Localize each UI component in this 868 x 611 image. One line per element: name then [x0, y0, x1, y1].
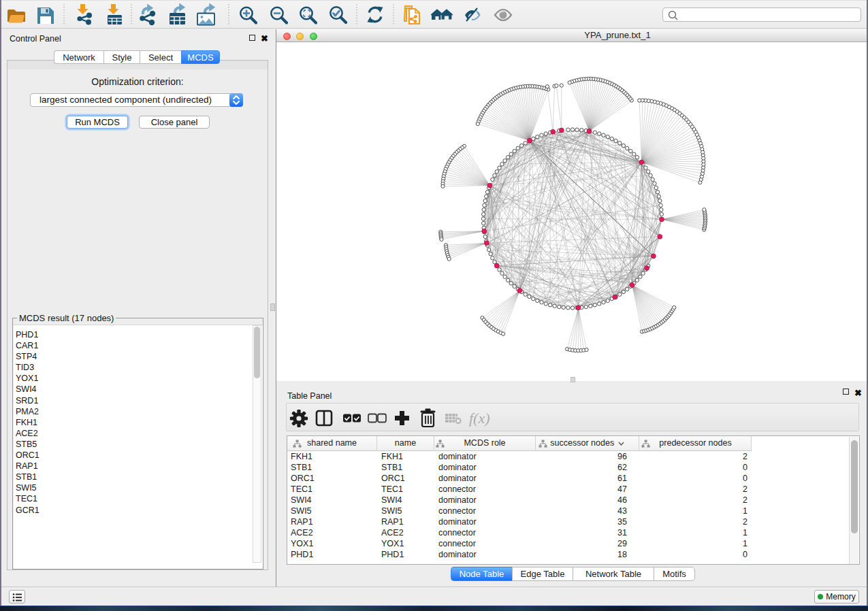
svg-text:f(x): f(x): [469, 410, 490, 427]
